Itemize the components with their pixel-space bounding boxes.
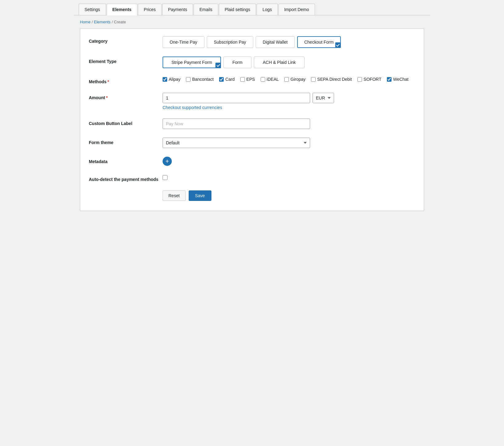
- method-bancontact[interactable]: Bancontact: [186, 77, 214, 82]
- method-giropay[interactable]: Giropay: [284, 77, 305, 82]
- amount-row: Amount* EUR USD GBP CAD AUD Checkout sup…: [89, 93, 415, 110]
- breadcrumb-elements-link[interactable]: Elements: [94, 20, 111, 24]
- form-theme-label: Form theme: [89, 138, 163, 145]
- amount-required: *: [106, 95, 108, 100]
- category-row: Category One-Time Pay Subscription Pay D…: [89, 36, 415, 48]
- custom-button-label-input[interactable]: [163, 119, 310, 129]
- method-alipay[interactable]: Alipay: [163, 77, 180, 82]
- checkout-currencies-link[interactable]: Checkout supported currencies: [163, 105, 222, 110]
- tab-plaid-settings[interactable]: Plaid settings: [219, 4, 256, 15]
- action-buttons: Reset Save: [89, 190, 415, 201]
- form-theme-select[interactable]: Default Night Flat Stripe: [163, 138, 310, 148]
- category-checkout-form[interactable]: Checkout Form: [297, 36, 341, 48]
- checkout-form-check-badge: [335, 42, 341, 48]
- element-type-label: Element Type: [89, 57, 163, 64]
- breadcrumb-current: Create: [114, 20, 126, 24]
- metadata-controls: +: [163, 157, 415, 166]
- method-ideal[interactable]: iDEAL: [261, 77, 279, 82]
- tab-logs[interactable]: Logs: [257, 4, 278, 15]
- auto-detect-row: Auto-detect the payment methods: [89, 174, 415, 182]
- type-form[interactable]: Form: [223, 57, 251, 68]
- auto-detect-checkbox[interactable]: [163, 175, 167, 180]
- breadcrumb: Home / Elements / Create: [74, 15, 430, 29]
- stripe-payment-form-check-badge: [215, 63, 221, 68]
- method-sepa-checkbox[interactable]: [311, 77, 316, 82]
- reset-button[interactable]: Reset: [163, 190, 186, 201]
- method-wechat-checkbox[interactable]: [387, 77, 392, 82]
- breadcrumb-home-link[interactable]: Home: [80, 20, 91, 24]
- method-sofort[interactable]: SOFORT: [357, 77, 381, 82]
- metadata-plus-icon: +: [165, 158, 169, 164]
- method-card-checkbox[interactable]: [219, 77, 224, 82]
- method-card[interactable]: Card: [219, 77, 234, 82]
- form-theme-row: Form theme Default Night Flat Stripe: [89, 138, 415, 148]
- category-digital-wallet[interactable]: Digital Wallet: [256, 36, 295, 48]
- form-theme-controls: Default Night Flat Stripe: [163, 138, 415, 148]
- tab-import-demo[interactable]: Import Demo: [278, 4, 315, 15]
- amount-input[interactable]: [163, 93, 310, 103]
- amount-input-row: EUR USD GBP CAD AUD: [163, 93, 415, 103]
- currency-select[interactable]: EUR USD GBP CAD AUD: [313, 93, 334, 103]
- custom-button-label-row: Custom Button Label: [89, 119, 415, 129]
- tab-emails[interactable]: Emails: [194, 4, 218, 15]
- method-sepa-direct-debit[interactable]: SEPA Direct Debit: [311, 77, 352, 82]
- auto-detect-controls: [163, 174, 415, 181]
- tab-prices[interactable]: Prices: [138, 4, 162, 15]
- method-eps[interactable]: EPS: [240, 77, 255, 82]
- auto-detect-label: Auto-detect the payment methods: [89, 174, 163, 182]
- tab-settings[interactable]: Settings: [79, 4, 106, 15]
- category-buttons: One-Time Pay Subscription Pay Digital Wa…: [163, 36, 415, 48]
- amount-label: Amount*: [89, 93, 163, 100]
- element-type-row: Element Type Stripe Payment Form Form: [89, 57, 415, 68]
- methods-row: Methods* Alipay Bancontact Card: [89, 77, 415, 84]
- method-ideal-checkbox[interactable]: [261, 77, 265, 82]
- category-one-time-pay[interactable]: One-Time Pay: [163, 36, 204, 48]
- method-wechat[interactable]: WeChat: [387, 77, 408, 82]
- tab-elements[interactable]: Elements: [107, 4, 137, 15]
- category-controls: One-Time Pay Subscription Pay Digital Wa…: [163, 36, 415, 48]
- custom-button-label-label: Custom Button Label: [89, 119, 163, 126]
- method-alipay-checkbox[interactable]: [163, 77, 167, 82]
- type-ach-plaid-link[interactable]: ACH & Plaid Link: [254, 57, 305, 68]
- methods-controls: Alipay Bancontact Card EPS: [163, 77, 415, 82]
- save-button[interactable]: Save: [189, 190, 211, 201]
- element-type-buttons: Stripe Payment Form Form ACH & Plaid Lin…: [163, 57, 415, 68]
- breadcrumb-separator-2: /: [112, 20, 114, 24]
- methods-label: Methods*: [89, 77, 163, 84]
- breadcrumb-separator-1: /: [92, 20, 94, 24]
- metadata-row: Metadata +: [89, 157, 415, 166]
- element-type-controls: Stripe Payment Form Form ACH & Plaid Lin…: [163, 57, 415, 68]
- method-eps-checkbox[interactable]: [240, 77, 245, 82]
- type-stripe-payment-form[interactable]: Stripe Payment Form: [163, 57, 221, 68]
- amount-controls: EUR USD GBP CAD AUD Checkout supported c…: [163, 93, 415, 110]
- tab-navigation: SettingsElementsPricesPaymentsEmailsPlai…: [74, 0, 430, 15]
- method-bancontact-checkbox[interactable]: [186, 77, 191, 82]
- tab-payments[interactable]: Payments: [162, 4, 193, 15]
- custom-button-label-controls: [163, 119, 415, 129]
- category-subscription-pay[interactable]: Subscription Pay: [207, 36, 253, 48]
- metadata-label: Metadata: [89, 157, 163, 164]
- method-giropay-checkbox[interactable]: [284, 77, 289, 82]
- main-content: Category One-Time Pay Subscription Pay D…: [80, 29, 424, 211]
- methods-checkboxes: Alipay Bancontact Card EPS: [163, 77, 415, 82]
- methods-required: *: [108, 79, 109, 84]
- method-sofort-checkbox[interactable]: [357, 77, 362, 82]
- metadata-add-button[interactable]: +: [163, 157, 172, 166]
- category-label: Category: [89, 36, 163, 44]
